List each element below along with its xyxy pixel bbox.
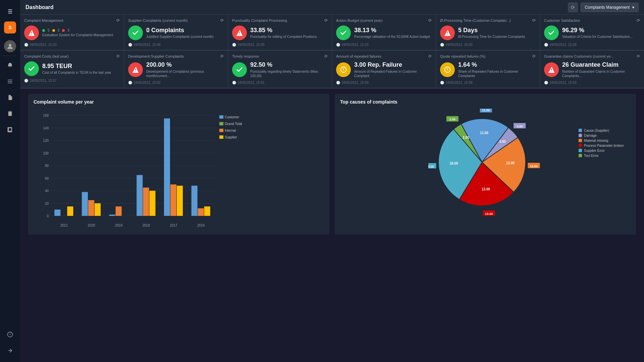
kpi-card-3: Amount of repeated failures ⟳ 3.00 Rep. …	[332, 51, 436, 88]
menu-toggle[interactable]: ☰	[4, 5, 16, 17]
kpi-footer: 🕐 19/05/2021, 15:20	[24, 43, 120, 47]
kpi-card-0: Complaint Costs (last year) ⟳ 8.95 TEUR …	[20, 51, 124, 88]
kpi-refresh-button[interactable]: ⟳	[532, 18, 536, 23]
kpi-card-3: Action-Budget (current year) ⟳ 38.13 % P…	[332, 15, 436, 50]
clipboard-icon[interactable]	[4, 108, 16, 120]
kpi-row-2: Complaint Costs (last year) ⟳ 8.95 TEUR …	[20, 51, 644, 88]
kpi-timestamp: 19/05/2021, 15:29	[341, 43, 369, 47]
kpi-refresh-button[interactable]: ⟳	[532, 54, 536, 59]
app-logo: S	[4, 21, 16, 34]
kpi-icon	[232, 62, 247, 77]
notifications-icon[interactable]	[4, 59, 16, 71]
kpi-title: Punctuality Complaint Processing	[232, 18, 287, 22]
list-icon[interactable]	[4, 75, 16, 87]
clock-icon: 🕐	[544, 43, 548, 47]
kpi-header: Complaint Management ⟳	[24, 18, 120, 23]
charts-area: Complaint volume per year Top causes of …	[20, 88, 644, 240]
export-icon[interactable]	[4, 345, 16, 357]
global-refresh-button[interactable]: ⟳	[568, 2, 578, 12]
kpi-card-4: Quote repeated failures (%) ⟳ 1.64 % Sha…	[436, 51, 540, 88]
kpi-refresh-button[interactable]: ⟳	[637, 54, 640, 59]
svg-rect-25	[447, 68, 448, 70]
kpi-refresh-button[interactable]: ⟳	[220, 54, 224, 59]
kpi-footer: 🕐 19/05/2021, 15:53	[544, 81, 640, 84]
kpi-desc: Share of Repeated Failures in Customer C…	[458, 69, 536, 78]
kpi-footer: 🕐 19/05/2021, 15:59	[336, 81, 432, 84]
clock-icon: 🕐	[336, 81, 340, 84]
kpi-title: Action-Budget (current year)	[336, 18, 382, 22]
svg-rect-17	[447, 35, 448, 35]
kpi-desc: Evaluation System for Complaints Managem…	[42, 33, 120, 37]
kpi-timestamp: 19/05/2021, 15:58	[445, 81, 473, 84]
kpi-refresh-button[interactable]: ⟳	[428, 54, 432, 59]
kpi-header: Ø-Processing Time (Customer-Complain...)…	[440, 18, 536, 23]
bar-chart-title: Complaint volume per year	[34, 99, 324, 105]
kpi-card-2: Timely response ⟳ 92.50 % Punctuality re…	[228, 51, 332, 88]
kpi-footer: 🕐 19/05/2021, 15:50	[440, 43, 536, 47]
svg-rect-1	[8, 80, 12, 80]
svg-rect-19	[135, 68, 136, 70]
kpi-refresh-button[interactable]: ⟳	[428, 18, 432, 23]
kpi-footer: 🕐 19/05/2021, 15:29	[336, 43, 432, 47]
kpi-timestamp: 19/05/2021, 15:55	[237, 43, 265, 47]
kpi-header: Customer Satisfaction ⟳	[544, 18, 640, 23]
kpi-value: 200.00 %	[146, 61, 224, 69]
kpi-refresh-button[interactable]: ⟳	[324, 54, 328, 59]
kpi-timestamp: 19/05/2021, 15:50	[445, 43, 473, 47]
pie-legend-item: Process Parameter broken	[579, 144, 624, 147]
kpi-desc: Developement of Complaints (previous mon…	[146, 69, 224, 78]
kpi-refresh-button[interactable]: ⟳	[637, 18, 640, 23]
kpi-timestamp: 19/05/2021, 15:57	[30, 79, 57, 82]
book-icon[interactable]	[4, 124, 16, 136]
kpi-title: Complaint Management	[24, 18, 63, 22]
svg-rect-13	[239, 32, 240, 34]
document-icon[interactable]	[4, 92, 16, 104]
kpi-header: Punctuality Complaint Processing ⟳	[232, 18, 328, 23]
clock-icon: 🕐	[128, 43, 132, 47]
kpi-card-5: Customer Satisfaction ⟳ 96.29 % Valuatio…	[540, 15, 644, 50]
clock-icon: 🕐	[336, 43, 340, 47]
bar-chart-card: Complaint volume per year	[28, 94, 329, 235]
kpi-refresh-button[interactable]: ⟳	[324, 18, 328, 23]
svg-rect-11	[31, 35, 32, 35]
kpi-value: 26 Guarantee Claim	[562, 61, 640, 69]
bar-chart-canvas	[34, 109, 262, 229]
kpi-title: Customer Satisfaction	[544, 18, 580, 22]
kpi-timestamp: 19/05/2021, 15:52	[133, 81, 161, 84]
kpi-refresh-button[interactable]: ⟳	[220, 18, 224, 23]
kpi-footer: 🕐 19/05/2021, 15:48	[128, 43, 224, 47]
kpi-value: 38.13 %	[354, 27, 432, 34]
clock-icon: 🕐	[440, 43, 444, 47]
kpi-title: Development Supplier Complaints	[128, 54, 184, 58]
kpi-desc: Punctuality regarding timely Statements …	[250, 69, 328, 78]
svg-rect-20	[135, 71, 136, 72]
kpi-card-2: Punctuality Complaint Processing ⟳ 33.85…	[228, 15, 332, 50]
pie-legend-item: Tool Error	[579, 154, 624, 158]
pie-legend-item: Supplier Error	[579, 149, 624, 153]
dropdown-arrow-icon: ▾	[632, 5, 634, 10]
sidebar: ☰ S ?	[0, 0, 20, 362]
kpi-timestamp: 19/05/2021, 15:28	[549, 43, 577, 47]
help-icon[interactable]: ?	[4, 328, 16, 341]
kpi-desc: Valuation of Criteria for Customer Satis…	[562, 35, 640, 39]
svg-rect-29	[551, 71, 552, 72]
kpi-refresh-button[interactable]: ⟳	[116, 54, 120, 59]
svg-rect-22	[343, 68, 344, 70]
module-dropdown[interactable]: Complaints Management ▾	[581, 3, 639, 12]
kpi-refresh-button[interactable]: ⟳	[116, 18, 120, 23]
svg-rect-14	[239, 35, 240, 35]
kpi-footer: 🕐 19/05/2021, 15:57	[24, 79, 120, 82]
svg-rect-28	[551, 68, 552, 70]
kpi-title: Ø-Processing Time (Customer-Complain...)	[440, 18, 511, 22]
kpi-icon	[24, 61, 39, 76]
kpi-value: 0 Complaints	[146, 27, 224, 34]
kpi-footer: 🕐 19/05/2021, 15:52	[128, 81, 224, 84]
kpi-title: Timely response	[232, 54, 259, 58]
kpi-header: Complaint Costs (last year) ⟳	[24, 54, 120, 59]
kpi-header: Quote repeated failures (%) ⟳	[440, 54, 536, 59]
kpi-icon	[544, 25, 559, 40]
kpi-icon	[128, 25, 143, 40]
user-avatar[interactable]	[4, 40, 16, 52]
kpi-desc: Cost of all Complaints in TEUR in the la…	[42, 70, 120, 75]
clock-icon: 🕐	[440, 81, 444, 84]
